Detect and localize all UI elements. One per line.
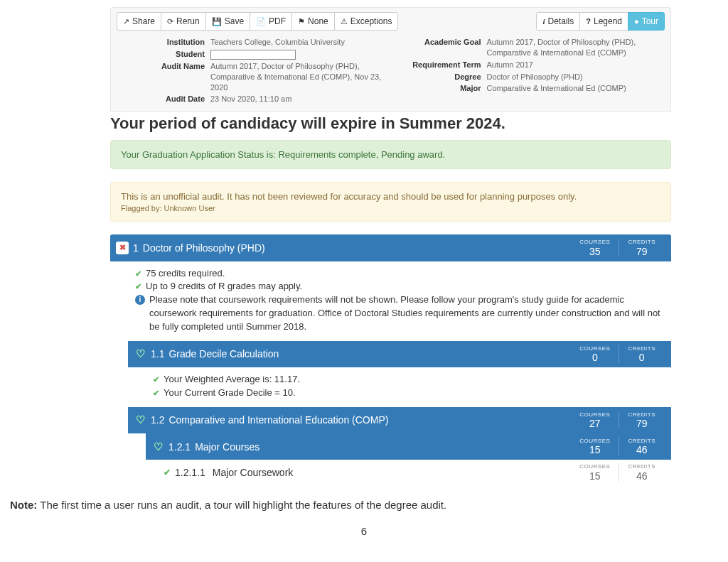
courses-label: COURSES xyxy=(579,239,610,245)
info-icon: i xyxy=(135,295,145,305)
academic-goal-label: Academic Goal xyxy=(395,37,487,58)
toolbar-left: ↗Share ⟳Rerun 💾Save 📄PDF ⚑None ⚠Exceptio… xyxy=(117,12,398,31)
major-value: Comparative & International Ed (COMP) xyxy=(487,83,664,94)
rerun-button[interactable]: ⟳Rerun xyxy=(161,12,206,31)
page-number: 6 xyxy=(0,525,728,537)
flagged-by-text: Flagged by: Unknown User xyxy=(121,204,660,212)
record-icon: ● xyxy=(634,16,639,28)
audit-name-value: Autumn 2017, Doctor of Philosophy (PHD),… xyxy=(210,61,387,93)
credits-value: 0 xyxy=(628,352,655,363)
toolbar: ↗Share ⟳Rerun 💾Save 📄PDF ⚑None ⚠Exceptio… xyxy=(111,8,670,31)
pdf-button[interactable]: 📄PDF xyxy=(250,12,292,31)
graduation-status-alert: Your Graduation Application Status is: R… xyxy=(110,140,671,169)
requirement-1-2-1-title: 1.2.1Major Courses xyxy=(168,441,571,453)
save-button[interactable]: 💾Save xyxy=(205,12,250,31)
save-label: Save xyxy=(225,15,244,28)
student-label: Student xyxy=(118,49,210,60)
courses-value: 35 xyxy=(579,246,610,257)
rule-text: Your Weighted Average is: 11.17. xyxy=(164,373,300,387)
requirement-1-body: ✔75 credits required. ✔Up to 9 credits o… xyxy=(110,261,671,341)
student-value xyxy=(210,49,387,60)
courses-value: 27 xyxy=(579,418,610,429)
requirement-1-2-1-header[interactable]: ♡ 1.2.1Major Courses COURSES15 CREDITS46 xyxy=(146,433,671,460)
requirement-1-header[interactable]: ✖ 1Doctor of Philosophy (PHD) COURSES35 … xyxy=(110,234,671,261)
requirement-1-2-header[interactable]: ♡ 1.2Comparative and International Educa… xyxy=(128,407,671,433)
rule-text: Please note that coursework requirements… xyxy=(149,293,661,334)
courses-value: 15 xyxy=(579,444,610,455)
requirement-1-title: 1Doctor of Philosophy (PHD) xyxy=(133,242,571,254)
exceptions-button[interactable]: ⚠Exceptions xyxy=(334,12,399,31)
requirement-1-1-body: ✔Your Weighted Average is: 11.17. ✔Your … xyxy=(110,367,671,407)
pass-icon: ♡ xyxy=(134,414,146,426)
courses-value: 15 xyxy=(579,470,610,482)
check-icon: ✔ xyxy=(135,269,141,280)
rule-text: Your Current Grade Decile = 10. xyxy=(164,387,296,400)
info-icon: i xyxy=(542,16,545,28)
degree-value: Doctor of Philosophy (PHD) xyxy=(487,72,664,82)
requirement-1-2-counters: COURSES27 CREDITS79 xyxy=(571,411,664,429)
footnote-bold: Note: xyxy=(10,499,37,511)
requirement-1-2-1-1[interactable]: ✔ 1.2.1.1 Major Coursework COURSES15 CRE… xyxy=(164,460,671,485)
flag-button[interactable]: ⚑None xyxy=(291,12,335,31)
details-label: Details xyxy=(548,15,574,28)
legend-label: Legend xyxy=(594,15,622,28)
legend-button[interactable]: ?Legend xyxy=(579,12,628,31)
audit-name-label: Audit Name xyxy=(118,61,210,93)
degree-label: Degree xyxy=(395,72,487,82)
academic-goal-value: Autumn 2017, Doctor of Philosophy (PHD),… xyxy=(487,37,664,58)
requirement-1-2: ♡ 1.2Comparative and International Educa… xyxy=(110,407,671,433)
footnote-text: The first time a user runs an audit, a t… xyxy=(37,499,446,511)
requirement-1-1-title: 1.1Grade Decile Calculation xyxy=(151,348,571,360)
flag-label: None xyxy=(308,15,328,28)
audit-info: InstitutionTeachers College, Columbia Un… xyxy=(111,31,670,105)
check-icon: ✔ xyxy=(164,468,171,477)
check-icon: ✔ xyxy=(153,388,159,399)
audit-date-label: Audit Date xyxy=(118,94,210,104)
tour-label: Tour xyxy=(642,15,658,28)
pass-icon: ♡ xyxy=(151,441,164,453)
audit-header-card: ↗Share ⟳Rerun 💾Save 📄PDF ⚑None ⚠Exceptio… xyxy=(110,7,671,112)
requirement-term-value: Autumn 2017 xyxy=(487,60,664,70)
requirement-1-2-1-1-title: 1.2.1.1 Major Coursework xyxy=(175,467,571,478)
requirement-1-2-title: 1.2Comparative and International Educati… xyxy=(151,414,571,426)
requirement-1-2-1-1-counters: COURSES15 CREDITS46 xyxy=(571,463,664,481)
credits-value: 79 xyxy=(628,418,655,429)
question-icon: ? xyxy=(586,16,591,28)
fail-icon: ✖ xyxy=(116,242,129,254)
check-icon: ✔ xyxy=(135,281,141,293)
info-right-col: Academic GoalAutumn 2017, Doctor of Phil… xyxy=(395,36,664,105)
toolbar-right: iDetails ?Legend ●Tour xyxy=(536,12,665,31)
requirement-1: ✖ 1Doctor of Philosophy (PHD) COURSES35 … xyxy=(110,234,671,341)
tour-button[interactable]: ●Tour xyxy=(628,12,665,31)
requirement-1-2-1-counters: COURSES15 CREDITS46 xyxy=(571,438,664,455)
exceptions-label: Exceptions xyxy=(350,15,392,28)
check-icon: ✔ xyxy=(153,374,159,386)
share-button[interactable]: ↗Share xyxy=(117,12,161,31)
warning-icon: ⚠ xyxy=(341,16,348,28)
institution-label: Institution xyxy=(118,37,210,48)
details-button[interactable]: iDetails xyxy=(536,12,580,31)
pdf-label: PDF xyxy=(269,15,286,28)
major-label: Major xyxy=(395,83,487,94)
rerun-label: Rerun xyxy=(176,15,200,28)
requirement-1-1: ♡ 1.1Grade Decile Calculation COURSES0 C… xyxy=(110,341,671,407)
refresh-icon: ⟳ xyxy=(167,16,173,28)
info-left-col: InstitutionTeachers College, Columbia Un… xyxy=(118,36,387,105)
graduation-status-text: Your Graduation Application Status is: R… xyxy=(121,149,445,160)
requirement-1-1-header[interactable]: ♡ 1.1Grade Decile Calculation COURSES0 C… xyxy=(128,341,671,367)
pdf-icon: 📄 xyxy=(256,16,266,28)
unofficial-warning-alert: This is an unofficial audit. It has not … xyxy=(110,182,671,222)
pass-icon: ♡ xyxy=(134,347,146,360)
credits-value: 79 xyxy=(628,246,655,257)
requirement-1-1-counters: COURSES0 CREDITS0 xyxy=(571,345,664,363)
institution-value: Teachers College, Columbia University xyxy=(210,37,387,48)
credits-value: 46 xyxy=(628,444,655,455)
requirement-term-label: Requirement Term xyxy=(395,60,487,70)
share-label: Share xyxy=(132,15,155,28)
save-icon: 💾 xyxy=(212,16,222,28)
unofficial-warning-text: This is an unofficial audit. It has not … xyxy=(121,191,660,202)
share-icon: ↗ xyxy=(123,16,129,28)
credits-label: CREDITS xyxy=(628,239,655,245)
credits-value: 46 xyxy=(628,470,655,482)
candidacy-headline: Your period of candidacy will expire in … xyxy=(110,112,671,140)
